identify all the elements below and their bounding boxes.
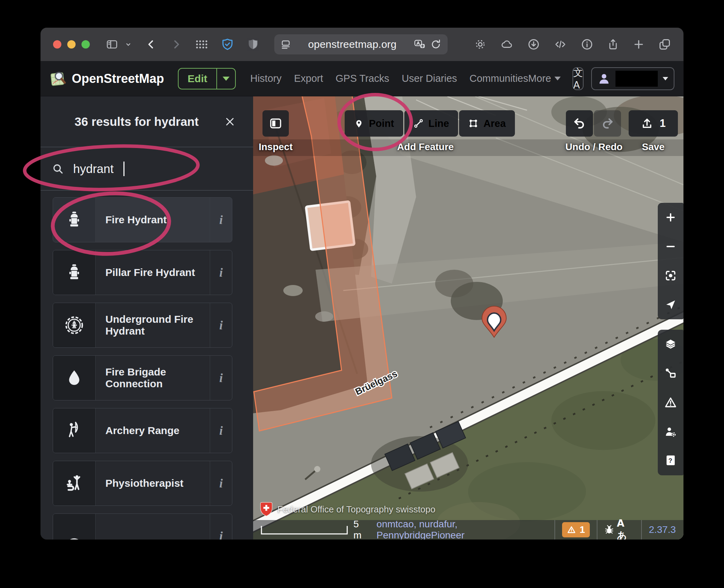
sidebar-toggle-icon[interactable] bbox=[106, 38, 118, 51]
help-button[interactable]: ? bbox=[658, 446, 683, 475]
edit-button-label[interactable]: Edit bbox=[179, 69, 216, 89]
result-pillar-fire-hydrant[interactable]: Pillar Fire Hydrant i bbox=[53, 250, 232, 295]
reader-view-icon[interactable] bbox=[281, 39, 291, 50]
more-menu[interactable]: More bbox=[528, 73, 561, 84]
info-button[interactable]: i bbox=[210, 461, 232, 505]
report-translate-group[interactable]: Aあ bbox=[604, 518, 634, 540]
brand-title: OpenStreetMap bbox=[72, 71, 164, 86]
share-icon[interactable] bbox=[607, 38, 619, 51]
info-button[interactable]: i bbox=[210, 514, 232, 539]
result-underground-fire-hydrant[interactable]: Underground Fire Hydrant i bbox=[53, 303, 232, 348]
shield-check-extension-icon[interactable] bbox=[221, 38, 234, 51]
settings-gear-icon[interactable] bbox=[474, 38, 486, 51]
underground-fire-hydrant-icon bbox=[53, 303, 96, 347]
result-physiotherapist[interactable]: Physiotherapist i bbox=[53, 461, 232, 506]
save-button[interactable]: 1 bbox=[629, 110, 678, 137]
tab-overview-icon[interactable] bbox=[658, 38, 671, 51]
result-archery-range[interactable]: Archery Range i bbox=[53, 408, 232, 453]
back-button[interactable] bbox=[145, 38, 157, 50]
add-point-button[interactable]: Point bbox=[345, 110, 403, 137]
minimize-window-button[interactable] bbox=[67, 40, 76, 49]
result-label: Underground Fire Hydrant bbox=[96, 303, 210, 347]
result-label bbox=[96, 514, 210, 539]
contributor-links[interactable]: onmtcao, nurdafur, PennybridgePioneer bbox=[377, 519, 548, 539]
inspect-label: Inspect bbox=[259, 141, 293, 153]
edit-dropdown-caret[interactable] bbox=[216, 69, 235, 89]
nav-export[interactable]: Export bbox=[294, 73, 323, 84]
search-input[interactable]: hydrant bbox=[41, 147, 253, 191]
partial-icon bbox=[53, 514, 96, 539]
background-layers-button[interactable] bbox=[658, 330, 683, 359]
traffic-lights bbox=[53, 40, 90, 49]
extensions-grid-icon[interactable] bbox=[195, 39, 208, 50]
nav-communities[interactable]: Communities bbox=[469, 73, 528, 84]
undo-redo-label: Undo / Redo bbox=[566, 141, 623, 153]
info-button[interactable]: i bbox=[210, 198, 232, 242]
area-icon bbox=[468, 118, 479, 129]
info-icon[interactable] bbox=[581, 38, 593, 51]
result-partial[interactable]: i bbox=[53, 513, 232, 539]
chevron-down-icon[interactable] bbox=[124, 41, 132, 48]
zoom-tools bbox=[658, 203, 683, 319]
maximize-window-button[interactable] bbox=[81, 40, 90, 49]
redo-button[interactable] bbox=[594, 110, 621, 137]
info-button[interactable]: i bbox=[210, 408, 232, 453]
zoom-out-button[interactable] bbox=[658, 232, 683, 261]
version-number[interactable]: 2.37.3 bbox=[649, 524, 676, 535]
save-count: 1 bbox=[660, 117, 665, 130]
downloads-icon[interactable] bbox=[527, 38, 540, 51]
cloud-icon[interactable] bbox=[500, 38, 514, 50]
osm-brand[interactable]: OpenStreetMap bbox=[50, 70, 164, 87]
map-canvas[interactable]: Brüelgass Point Line bbox=[253, 96, 683, 539]
info-button[interactable]: i bbox=[210, 250, 232, 295]
close-icon[interactable] bbox=[222, 114, 238, 130]
inspect-button[interactable] bbox=[262, 110, 289, 137]
user-menu-button[interactable] bbox=[591, 67, 674, 90]
redacted-username bbox=[615, 71, 658, 87]
result-label: Pillar Fire Hydrant bbox=[96, 250, 210, 295]
shield-extension-icon[interactable] bbox=[247, 38, 259, 51]
aerial-imagery: Brüelgass bbox=[253, 96, 683, 539]
results-title: 36 results for hydrant bbox=[75, 115, 222, 129]
add-area-button[interactable]: Area bbox=[459, 110, 515, 137]
geolocate-button[interactable] bbox=[658, 290, 683, 319]
info-button[interactable]: i bbox=[210, 303, 232, 347]
result-label: Archery Range bbox=[96, 408, 210, 453]
translate-page-icon[interactable] bbox=[414, 39, 425, 50]
url-bar[interactable]: openstreetmap.org bbox=[274, 34, 448, 54]
results-header: 36 results for hydrant bbox=[41, 96, 253, 147]
close-window-button[interactable] bbox=[53, 40, 61, 49]
result-fire-hydrant[interactable]: Fire Hydrant i bbox=[53, 197, 232, 242]
reload-icon[interactable] bbox=[430, 39, 441, 50]
nav-gps-tracks[interactable]: GPS Tracks bbox=[336, 73, 389, 84]
translate-site-button[interactable]: 文A bbox=[572, 67, 584, 90]
edit-button[interactable]: Edit bbox=[178, 68, 236, 89]
undo-button[interactable] bbox=[566, 110, 593, 137]
map-data-button[interactable] bbox=[658, 359, 683, 388]
preferences-button[interactable] bbox=[658, 417, 683, 446]
new-tab-icon[interactable] bbox=[633, 38, 645, 50]
swisstopo-shield-icon bbox=[260, 502, 273, 517]
add-line-button[interactable]: Line bbox=[404, 110, 458, 137]
web-inspector-icon[interactable] bbox=[554, 38, 567, 50]
result-label: Physiotherapist bbox=[96, 461, 210, 505]
nav-history[interactable]: History bbox=[250, 73, 282, 84]
result-label: Fire Brigade Connection bbox=[96, 356, 210, 400]
more-label: More bbox=[528, 73, 551, 84]
nav-user-diaries[interactable]: User Diaries bbox=[402, 73, 457, 84]
result-fire-brigade-connection[interactable]: Fire Brigade Connection i bbox=[53, 355, 232, 400]
zoom-to-selection-button[interactable] bbox=[658, 261, 683, 290]
osm-header: OpenStreetMap Edit History Export GPS Tr… bbox=[41, 61, 683, 96]
search-value: hydrant bbox=[73, 162, 114, 176]
add-feature-label: Add Feature bbox=[397, 141, 454, 153]
issues-button[interactable] bbox=[658, 388, 683, 417]
forward-button[interactable] bbox=[170, 38, 182, 50]
results-list: Fire Hydrant i Pillar Fire Hydrant i bbox=[41, 191, 232, 539]
browser-window: openstreetmap.org bbox=[41, 28, 683, 539]
issues-badge[interactable]: 1 bbox=[562, 522, 590, 537]
search-icon bbox=[52, 163, 64, 175]
water-drop-icon bbox=[53, 356, 96, 400]
zoom-in-button[interactable] bbox=[658, 203, 683, 232]
scale-label: 5 m bbox=[353, 519, 370, 539]
info-button[interactable]: i bbox=[210, 356, 232, 400]
